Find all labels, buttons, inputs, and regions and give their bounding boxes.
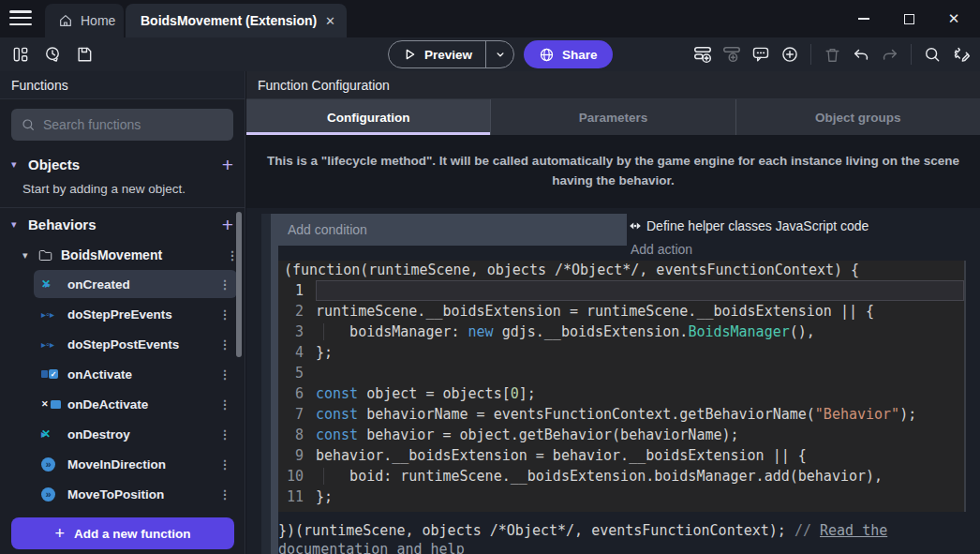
chevron-down-icon[interactable]: ▾ xyxy=(11,218,21,231)
code-line[interactable]: 4}; xyxy=(278,342,964,363)
events-sheet: Add condition Define helper classes Java… xyxy=(246,208,980,554)
objects-section-label: Objects xyxy=(28,157,215,172)
kebab-menu-icon[interactable]: ⋮ xyxy=(213,337,237,352)
titlebar: Home BoidsMovement (Extension) ✕ ✕ xyxy=(0,0,980,37)
function-item-movetoposition[interactable]: » MoveToPosition ⋮ xyxy=(34,480,237,508)
add-event-icon[interactable] xyxy=(690,42,716,67)
tab-boidsmovement[interactable]: BoidsMovement (Extension) ✕ xyxy=(126,4,347,37)
add-action-cell[interactable]: Add action xyxy=(627,237,966,261)
behaviors-section-header[interactable]: ▾ Behaviors + xyxy=(0,208,245,240)
add-function-label: Add a new function xyxy=(74,527,191,541)
behaviors-section-label: Behaviors xyxy=(28,217,215,232)
tab-home[interactable]: Home xyxy=(45,4,124,37)
history-icon[interactable] xyxy=(39,42,66,67)
globe-icon xyxy=(539,47,555,63)
play-icon xyxy=(402,47,417,62)
function-item-ondeactivate[interactable]: ✕ onDeActivate ⋮ xyxy=(34,390,237,418)
code-lines: 12runtimeScene.__boidsExtension = runtim… xyxy=(278,280,964,507)
code-line[interactable]: 8const behavior = object.getBehavior(beh… xyxy=(278,425,964,445)
redo-icon[interactable] xyxy=(877,42,903,67)
tab-object-groups[interactable]: Object groups xyxy=(736,99,980,135)
lifecycle-info-text: This is a "lifecycle method". It will be… xyxy=(267,152,960,191)
close-tab-icon[interactable]: ✕ xyxy=(325,14,335,28)
tab-configuration[interactable]: Configuration xyxy=(246,99,491,135)
share-button[interactable]: Share xyxy=(524,40,613,68)
oncreated-icon: ✕▸ xyxy=(41,277,64,291)
function-item-oncreated[interactable]: ✕▸ onCreated ⋮ xyxy=(34,270,237,298)
add-subevent-icon[interactable] xyxy=(719,42,745,67)
move-icon: » xyxy=(41,487,64,502)
preview-button[interactable]: Preview xyxy=(388,40,514,68)
chevron-down-icon[interactable]: ▾ xyxy=(22,249,32,262)
search-events-icon[interactable] xyxy=(919,42,945,67)
functions-sidebar: Functions ▾ Objects + Start by adding a … xyxy=(0,71,245,554)
minimize-icon[interactable] xyxy=(854,9,873,28)
search-functions-box[interactable] xyxy=(11,109,233,141)
code-wrapper-header: (function(runtimeScene, objects /*Object… xyxy=(278,261,964,280)
function-item-onactivate[interactable]: ✓ onActivate ⋮ xyxy=(34,360,237,388)
toolbar-divider xyxy=(911,44,912,65)
kebab-menu-icon[interactable]: ⋮ xyxy=(213,277,237,292)
sidebar-scrollbar[interactable] xyxy=(236,212,242,357)
project-manager-icon[interactable] xyxy=(7,42,34,67)
function-item-ondestroy[interactable]: ▸✕ onDestroy ⋮ xyxy=(34,420,237,448)
step-events-icon: ▸◦▸ xyxy=(41,338,64,350)
function-item-moveindirection[interactable]: » MoveInDirection ⋮ xyxy=(34,450,237,478)
code-line[interactable]: 3 boidsManager: new gdjs.__boidsExtensio… xyxy=(278,322,964,342)
undo-icon[interactable] xyxy=(848,42,874,67)
group-label: BoidsMovement xyxy=(59,247,214,262)
maximize-icon[interactable] xyxy=(899,9,918,28)
code-line[interactable]: 10 boid: runtimeScene.__boidsExtension.b… xyxy=(278,466,964,487)
js-code-icon xyxy=(629,220,642,232)
code-line[interactable]: 11}; xyxy=(278,487,964,507)
kebab-menu-icon[interactable]: ⋮ xyxy=(213,487,237,502)
preview-dropdown-button[interactable] xyxy=(485,41,513,67)
panel-title: Function Configuration xyxy=(246,71,980,99)
function-item-dosteppostevents[interactable]: ▸◦▸ doStepPostEvents ⋮ xyxy=(34,330,237,358)
step-events-icon: ▸◦▸ xyxy=(41,308,64,320)
destroy-icon: ▸✕ xyxy=(41,427,64,441)
add-circle-icon[interactable] xyxy=(777,42,803,67)
search-input[interactable] xyxy=(43,117,212,132)
configuration-tabs: Configuration Parameters Object groups xyxy=(246,99,980,135)
share-label: Share xyxy=(562,48,598,62)
kebab-menu-icon[interactable]: ⋮ xyxy=(213,457,237,472)
code-line[interactable]: 9behavior.__boidsExtension = behavior.__… xyxy=(278,445,964,466)
save-icon[interactable] xyxy=(71,42,97,67)
kebab-menu-icon[interactable]: ⋮ xyxy=(213,367,237,382)
behavior-group-boidsmovement[interactable]: ▾ BoidsMovement ⋮ xyxy=(0,240,245,270)
add-comment-icon[interactable] xyxy=(748,42,774,67)
tab-parameters[interactable]: Parameters xyxy=(491,99,735,135)
kebab-menu-icon[interactable]: ⋮ xyxy=(213,397,237,412)
add-object-button[interactable]: + xyxy=(222,155,233,174)
toolbar: Preview Share xyxy=(0,37,980,71)
toolbar-divider xyxy=(810,44,811,65)
plus-icon: + xyxy=(54,524,65,544)
chevron-down-icon[interactable]: ▾ xyxy=(11,158,21,171)
code-line[interactable]: 1 xyxy=(278,280,964,301)
extension-edit-icon[interactable] xyxy=(948,42,974,67)
add-condition-cell[interactable]: Add condition xyxy=(278,214,627,246)
window-controls: ✕ xyxy=(854,0,980,37)
code-line[interactable]: 6const object = objects[0]; xyxy=(278,383,964,404)
code-line[interactable]: 5 xyxy=(278,363,964,383)
code-wrapper-footer: })(runtimeScene, objects /*Object*/, eve… xyxy=(278,521,953,554)
sidebar-title: Functions xyxy=(0,71,245,99)
function-item-dostherpreevents[interactable]: ▸◦▸ doStepPreEvents ⋮ xyxy=(34,300,237,328)
js-code-event-title: Define helper classes JavaScript code xyxy=(627,214,966,237)
code-line[interactable]: 2runtimeScene.__boidsExtension = runtime… xyxy=(278,301,964,322)
hamburger-menu-icon[interactable] xyxy=(9,10,32,27)
search-icon xyxy=(21,117,36,132)
action-cell: Define helper classes JavaScript code Ad… xyxy=(627,214,966,261)
window-close-icon[interactable]: ✕ xyxy=(944,9,963,28)
objects-section-header[interactable]: ▾ Objects + xyxy=(0,148,245,180)
add-behavior-button[interactable]: + xyxy=(222,215,233,234)
kebab-menu-icon[interactable]: ⋮ xyxy=(213,427,237,442)
event-indent-rail xyxy=(261,214,271,554)
add-new-function-button[interactable]: + Add a new function xyxy=(11,517,234,549)
objects-empty-text: Start by adding a new object. xyxy=(0,180,245,207)
kebab-menu-icon[interactable]: ⋮ xyxy=(213,307,237,322)
javascript-code-editor[interactable]: (function(runtimeScene, objects /*Object… xyxy=(278,261,966,512)
code-line[interactable]: 7const behaviorName = eventsFunctionCont… xyxy=(278,404,964,425)
delete-icon[interactable] xyxy=(819,42,845,67)
